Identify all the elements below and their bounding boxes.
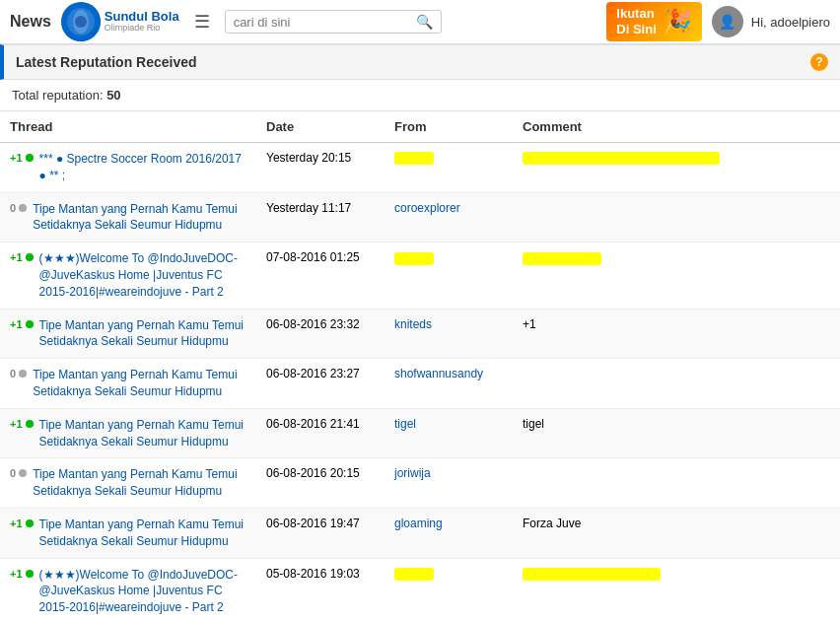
from-user-link[interactable]: kniteds [394,317,432,331]
rep-value: +1 [10,518,23,529]
rep-dot [26,519,34,527]
rep-value: 0 [10,368,16,380]
user-area[interactable]: 👤 Hi, adoelpiero [712,6,830,37]
thread-link[interactable]: Tipe Mantan yang Pernah Kamu Temui Setid… [33,201,246,235]
rep-value: 0 [10,467,16,479]
svg-point-3 [75,16,87,28]
from-cell: coroexplorer [385,192,513,242]
comment-cell [513,192,840,242]
rep-dot [19,204,27,212]
header: News Sundul Bola Olimpiade Rio ☰ 🔍 Ikuta… [0,0,840,44]
censored-comment [523,152,720,165]
table-header-row: Thread Date From Comment [0,111,840,143]
thread-link[interactable]: Tipe Mantan yang Pernah Kamu Temui Setid… [39,317,246,351]
date-cell: 06-08-2016 21:41 [256,408,385,458]
search-icon[interactable]: 🔍 [416,14,433,30]
from-user-link[interactable]: tigel [394,417,416,431]
censored-comment [523,568,661,581]
date-cell: 05-08-2016 19:03 [256,558,385,621]
comment-cell [513,242,840,309]
rep-value: 0 [10,202,16,214]
hamburger-menu[interactable]: ☰ [189,6,215,37]
thread-cell: +1Tipe Mantan yang Pernah Kamu Temui Set… [0,508,256,558]
thread-cell: 0Tipe Mantan yang Pernah Kamu Temui Seti… [0,458,256,509]
comment-cell [513,558,840,621]
rep-value: +1 [10,568,23,580]
banner-ad[interactable]: Ikutan Di Sini 🎉 [606,2,701,40]
from-user-link[interactable]: joriwija [394,466,431,480]
rep-value: +1 [10,418,23,430]
thread-cell: +1Tipe Mantan yang Pernah Kamu Temui Set… [0,309,256,359]
rep-dot [26,154,34,162]
section-title: Latest Reputation Received [16,54,197,70]
table-row: +1Tipe Mantan yang Pernah Kamu Temui Set… [0,309,840,359]
table-row: +1Tipe Mantan yang Pernah Kamu Temui Set… [0,408,840,458]
from-user-link[interactable]: gloaming [394,517,443,530]
date-cell: 07-08-2016 01:25 [256,242,385,309]
from-cell: tigel [385,408,513,458]
thread-cell: 0Tipe Mantan yang Pernah Kamu Temui Seti… [0,192,256,242]
rep-value: +1 [10,251,23,263]
table-row: +1*** ● Spectre Soccer Room 2016/2017 ● … [0,143,840,193]
col-comment: Comment [513,111,840,143]
from-cell: gloaming [385,508,513,558]
censored-username [394,568,434,581]
col-from: From [385,111,513,143]
date-cell: 06-08-2016 20:15 [256,458,385,509]
thread-link[interactable]: Tipe Mantan yang Pernah Kamu Temui Setid… [33,466,246,500]
from-cell [385,558,513,621]
thread-link[interactable]: Tipe Mantan yang Pernah Kamu Temui Setid… [39,417,246,450]
total-reputation: Total reputation: 50 [0,80,840,111]
from-cell [385,143,513,193]
date-cell: 06-08-2016 23:27 [256,359,385,409]
date-cell: Yesterday 11:17 [256,192,385,242]
total-reputation-value: 50 [106,88,120,103]
avatar: 👤 [712,6,743,37]
thread-link[interactable]: Tipe Mantan yang Pernah Kamu Temui Setid… [33,367,246,400]
thread-link[interactable]: *** ● Spectre Soccer Room 2016/2017 ● **… [39,151,246,184]
rep-dot [26,420,34,428]
rep-dot [19,469,27,477]
from-user-link[interactable]: shofwannusandy [394,367,483,380]
date-cell: Yesterday 20:15 [256,143,385,193]
help-icon[interactable]: ? [810,53,828,71]
censored-username [394,152,434,165]
section-header: Latest Reputation Received ? [0,44,840,80]
censored-username [394,252,434,265]
thread-link[interactable]: (★★★)Welcome To @IndoJuveDOC-@JuveKaskus… [39,567,246,616]
rep-dot [26,320,34,328]
censored-comment [523,252,601,265]
news-nav-label[interactable]: News [10,13,51,31]
from-cell [385,242,513,309]
from-user-link[interactable]: coroexplorer [394,201,460,215]
rep-dot [19,370,27,378]
from-cell: kniteds [385,309,513,359]
table-row: 0Tipe Mantan yang Pernah Kamu Temui Seti… [0,359,840,409]
logo-icon [61,2,101,41]
rep-dot [26,570,34,578]
banner-emoji: 🎉 [663,8,692,35]
thread-cell: +1Tipe Mantan yang Pernah Kamu Temui Set… [0,408,256,458]
thread-link[interactable]: (★★★)Welcome To @IndoJuveDOC-@JuveKaskus… [39,250,246,300]
thread-cell: +1(★★★)Welcome To @IndoJuveDOC-@JuveKask… [0,242,256,309]
thread-link[interactable]: Tipe Mantan yang Pernah Kamu Temui Setid… [39,517,246,550]
comment-cell [513,143,840,193]
table-row: +1Tipe Mantan yang Pernah Kamu Temui Set… [0,508,840,558]
from-cell: joriwija [385,458,513,509]
user-greeting: Hi, adoelpiero [751,15,830,30]
logo-area[interactable]: Sundul Bola Olimpiade Rio [61,2,179,41]
banner-line1: Ikutan [616,6,656,22]
thread-cell: 0Tipe Mantan yang Pernah Kamu Temui Seti… [0,359,256,409]
rep-value: +1 [10,318,23,330]
date-cell: 06-08-2016 23:32 [256,309,385,359]
from-cell: shofwannusandy [385,359,513,409]
comment-cell: Forza Juve [513,508,840,558]
thread-cell: +1*** ● Spectre Soccer Room 2016/2017 ● … [0,143,256,193]
comment-cell [513,359,840,409]
comment-cell [513,458,840,509]
banner-line2: Di Sini [616,22,656,37]
col-thread: Thread [0,111,256,143]
search-input[interactable] [234,15,416,30]
table-row: 0Tipe Mantan yang Pernah Kamu Temui Seti… [0,192,840,242]
rep-dot [26,253,34,261]
